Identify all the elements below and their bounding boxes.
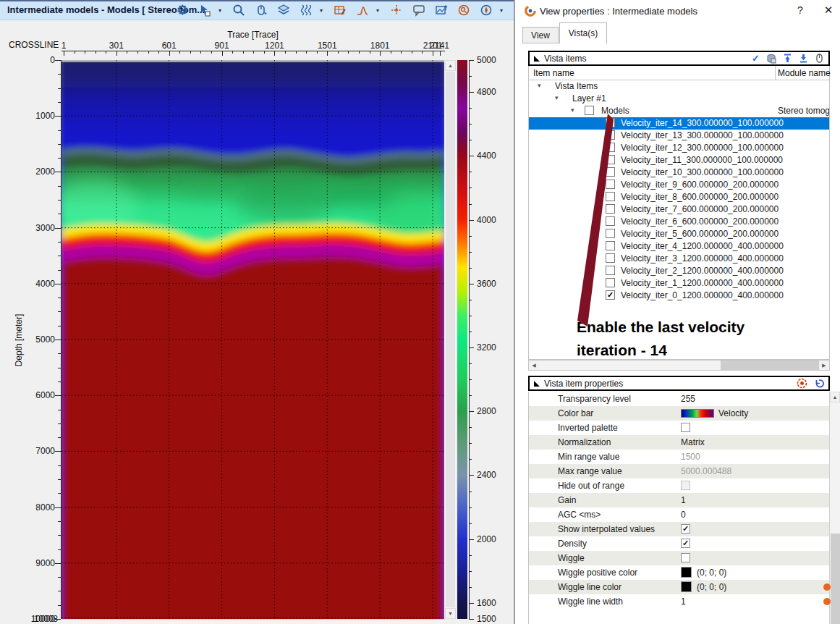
velocity-item-label[interactable]: Velocity_iter_0_1200.000000_400.000000 [621,290,784,300]
velocity-item-label[interactable]: Velocity_iter_4_1200.000000_400.000000 [621,241,784,251]
velocity-item-label[interactable]: Velocity_iter_7_600.000000_200.000000 [621,204,779,214]
wiggle-display-dropdown[interactable]: ▾ [320,7,326,14]
property-row[interactable]: Color barVelocity [529,406,829,421]
apply-check-icon[interactable]: ✓ [752,53,760,64]
tree-node-row[interactable]: ▾Vista Items [529,80,829,93]
velocity-item-checkbox[interactable] [606,241,615,250]
scroll-thumb[interactable] [446,72,455,607]
velocity-item-label[interactable]: Velocity_iter_14_300.000000_100.000000 [621,118,784,128]
property-row[interactable]: Transparency level255 [529,392,829,406]
spreadsheet-pen-icon[interactable] [331,2,349,18]
velocity-item-checkbox[interactable]: ✓ [606,118,615,127]
property-row[interactable]: Gain1 [529,493,829,507]
velocity-item-row[interactable]: Velocity_iter_12_300.000000_100.000000 [529,142,829,154]
property-checkbox[interactable]: ✓ [681,539,690,548]
property-value[interactable]: Matrix [681,437,705,447]
seismic-vscrollbar[interactable]: ▲ ▼ [445,60,456,619]
undo-icon[interactable] [814,379,824,389]
property-row[interactable]: Max range value5000.000488 [529,464,829,478]
velocity-item-label[interactable]: Velocity_iter_9_600.000000_200.000000 [621,180,779,190]
compass-icon[interactable] [478,2,495,18]
property-value[interactable]: 5000.000488 [681,466,731,476]
velocity-item-label[interactable]: Velocity_iter_3_1200.000000_400.000000 [621,253,784,263]
property-value[interactable]: 1 [681,596,686,607]
velocity-item-checkbox[interactable] [606,253,615,263]
pointer-select-dropdown[interactable]: ▾ [219,7,225,14]
target-icon[interactable] [797,378,807,389]
property-row[interactable]: Wiggle line color(0; 0; 0) [529,580,829,594]
velocity-item-row[interactable]: Velocity_iter_13_300.000000_100.000000 [529,130,829,142]
velocity-item-checkbox[interactable] [606,216,615,226]
velocity-item-checkbox[interactable] [606,229,615,238]
velocity-item-label[interactable]: Velocity_iter_13_300.000000_100.000000 [621,130,784,140]
tree-node-label[interactable]: Layer #1 [572,93,606,104]
pointer-select-icon[interactable] [196,2,213,18]
move-to-top-icon[interactable] [783,54,792,63]
velocity-item-row[interactable]: Velocity_iter_7_600.000000_200.000000 [529,203,829,216]
velocity-item-checkbox[interactable] [606,192,615,201]
velocity-model-image[interactable] [61,60,444,619]
velocity-item-row[interactable]: Velocity_iter_11_300.000000_100.000000 [529,154,829,166]
property-value[interactable]: 255 [681,394,695,404]
expander-icon[interactable]: ▾ [538,82,541,89]
compass-dropdown[interactable]: ▾ [500,7,506,14]
tree-node-label[interactable]: Vista Items [555,81,598,91]
velocity-item-checkbox[interactable]: ✓ [606,290,615,300]
tree-node-label[interactable]: Models [601,106,629,116]
velocity-item-checkbox[interactable] [606,278,615,287]
scroll-left-button[interactable]: ◀ [529,361,539,370]
velocity-item-row[interactable]: Velocity_iter_1_1200.000000_400.000000 [529,277,829,290]
collapse-triangle-icon[interactable] [534,381,540,387]
velocity-item-label[interactable]: Velocity_iter_12_300.000000_100.000000 [621,143,784,153]
close-icon[interactable]: ✕ [820,4,836,18]
layers-icon[interactable] [275,2,292,18]
property-value[interactable]: 1500 [681,452,700,462]
column-item-name[interactable]: Item name [533,68,574,78]
scroll-up-button[interactable]: ▲ [830,392,840,402]
velocity-item-row[interactable]: ✓Velocity_iter_14_300.000000_100.000000 [529,117,829,130]
property-checkbox[interactable] [681,423,690,432]
velocity-item-label[interactable]: Velocity_iter_11_300.000000_100.000000 [621,155,783,165]
expander-icon[interactable]: ▾ [571,106,574,114]
mouse-pointer-icon[interactable] [253,2,270,18]
property-checkbox[interactable] [681,481,690,490]
tab-view[interactable]: View [522,27,559,43]
expander-icon[interactable]: ▾ [555,94,559,101]
property-row[interactable]: Wiggle positive color(0; 0; 0) [529,565,829,580]
velocity-item-row[interactable]: Velocity_iter_2_1200.000000_400.000000 [529,265,829,277]
velocity-item-checkbox[interactable] [606,266,615,275]
property-row[interactable]: Min range value1500 [529,450,829,464]
property-row[interactable]: Show interpolated values✓ [529,522,829,536]
seismic-hscrollbar[interactable] [61,619,445,624]
tree-node-checkbox[interactable] [585,106,594,115]
velocity-item-label[interactable]: Velocity_iter_8_600.000000_200.000000 [621,192,779,202]
palette-swatch[interactable] [681,409,714,418]
velocity-item-row[interactable]: Velocity_iter_5_600.000000_200.000000 [529,228,829,240]
zoom-magnifier-icon[interactable] [230,2,247,18]
property-checkbox[interactable] [681,553,690,562]
velocity-item-checkbox[interactable] [606,155,615,164]
tree-node-row[interactable]: ▾Layer #1 [529,93,829,105]
property-row[interactable]: Inverted palette [529,421,829,435]
database-icon[interactable] [766,54,776,64]
property-row[interactable]: AGC <ms>0 [529,507,829,522]
velocity-item-checkbox[interactable] [606,130,615,140]
color-swatch[interactable] [681,567,692,578]
help-button[interactable]: ? [793,4,807,17]
property-row[interactable]: Wiggle line width1 [529,594,829,609]
velocity-item-row[interactable]: Velocity_iter_8_600.000000_200.000000 [529,191,829,203]
velocity-item-label[interactable]: Velocity_iter_10_300.000000_100.000000 [621,167,784,177]
velocity-item-label[interactable]: Velocity_iter_2_1200.000000_400.000000 [621,266,784,276]
velocity-item-checkbox[interactable] [606,143,615,152]
settings-gear-icon[interactable]: ⚙ [174,2,191,18]
mouse-icon[interactable] [815,54,824,63]
velocity-item-label[interactable]: Velocity_iter_1_1200.000000_400.000000 [621,278,784,288]
comment-bubble-icon[interactable] [410,2,428,18]
velocity-item-row[interactable]: Velocity_iter_4_1200.000000_400.000000 [529,240,829,253]
zoom-region-icon[interactable] [455,2,472,18]
wiggle-display-icon[interactable] [297,2,315,18]
scroll-down-button[interactable]: ▼ [445,608,456,619]
move-to-bottom-icon[interactable] [799,54,808,63]
property-row[interactable]: Density✓ [529,536,829,551]
tab-vistas[interactable]: Vista(s) [559,22,607,44]
